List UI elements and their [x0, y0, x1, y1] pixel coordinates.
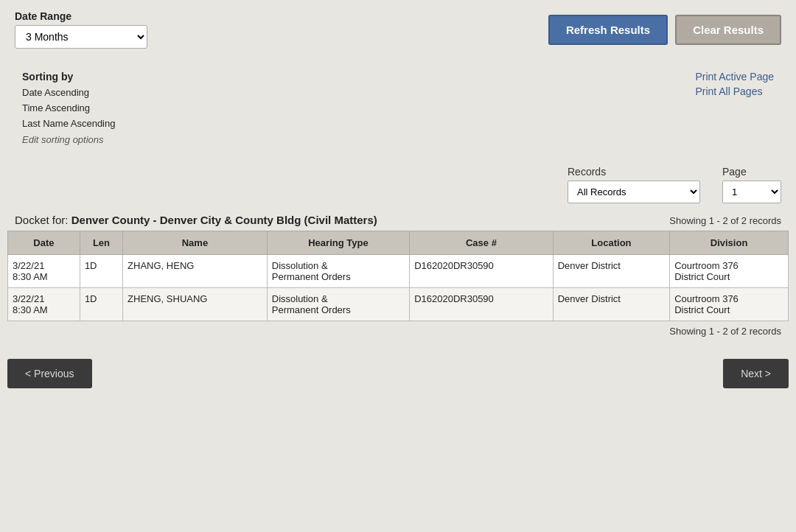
cell-case-number: D162020DR30590	[410, 288, 554, 321]
page-group: Page 1 2 3	[722, 166, 781, 203]
cell-hearing-type: Dissolution &Permanent Orders	[267, 255, 409, 288]
cell-name: ZHENG, SHUANG	[123, 288, 268, 321]
showing-bottom: Showing 1 - 2 of 2 records	[0, 321, 796, 341]
cell-len: 1D	[80, 255, 122, 288]
date-range-label: Date Range	[15, 10, 147, 22]
cell-location: Denver District	[553, 255, 669, 288]
sort-item-time: Time Ascending	[22, 101, 115, 116]
records-label: Records	[568, 166, 700, 178]
edit-sorting-link[interactable]: Edit sorting options	[22, 134, 115, 145]
docket-location: Denver County - Denver City & County Bld…	[71, 214, 377, 226]
cell-hearing-type: Dissolution &Permanent Orders	[267, 288, 409, 321]
cell-date: 3/22/218:30 AM	[8, 255, 80, 288]
cell-division: Courtroom 376District Court	[670, 255, 789, 288]
cell-division: Courtroom 376District Court	[670, 288, 789, 321]
sort-item-date: Date Ascending	[22, 85, 115, 101]
print-links: Print Active Page Print All Pages	[695, 71, 774, 97]
print-active-page-link[interactable]: Print Active Page	[695, 71, 774, 83]
docket-prefix: Docket for:	[15, 214, 71, 226]
table-container: Date Len Name Hearing Type Case # Locati…	[0, 231, 796, 321]
table-row: 3/22/218:30 AM 1D ZHANG, HENG Dissolutio…	[8, 255, 789, 288]
print-all-pages-link[interactable]: Print All Pages	[695, 85, 774, 97]
refresh-button[interactable]: Refresh Results	[548, 15, 668, 45]
page-select[interactable]: 1 2 3	[722, 181, 781, 203]
col-date: Date	[8, 231, 80, 255]
next-button[interactable]: Next >	[723, 359, 789, 388]
col-location: Location	[553, 231, 669, 255]
previous-button[interactable]: < Previous	[7, 359, 92, 388]
top-buttons: Refresh Results Clear Results	[548, 15, 781, 45]
cell-name: ZHANG, HENG	[123, 255, 268, 288]
pagination-bar: < Previous Next >	[0, 349, 796, 399]
page-label: Page	[722, 166, 781, 178]
table-header-row: Date Len Name Hearing Type Case # Locati…	[8, 231, 789, 255]
top-bar: Date Range 3 Months Refresh Results Clea…	[0, 0, 796, 56]
cell-location: Denver District	[553, 288, 669, 321]
sort-item-lastname: Last Name Ascending	[22, 116, 115, 132]
date-range-group: Date Range 3 Months	[15, 10, 147, 49]
cell-len: 1D	[80, 288, 122, 321]
col-hearing-type: Hearing Type	[267, 231, 409, 255]
docket-title: Docket for: Denver County - Denver City …	[15, 214, 377, 226]
col-case-number: Case #	[410, 231, 554, 255]
docket-table: Date Len Name Hearing Type Case # Locati…	[7, 231, 789, 321]
clear-button[interactable]: Clear Results	[675, 15, 781, 45]
records-page-row: Records All Records 10 Records 25 Record…	[0, 153, 796, 209]
col-len: Len	[80, 231, 122, 255]
cell-date: 3/22/218:30 AM	[8, 288, 80, 321]
records-select[interactable]: All Records 10 Records 25 Records 50 Rec…	[568, 181, 700, 203]
col-division: Division	[670, 231, 789, 255]
table-row: 3/22/218:30 AM 1D ZHENG, SHUANG Dissolut…	[8, 288, 789, 321]
cell-case-number: D162020DR30590	[410, 255, 554, 288]
col-name: Name	[123, 231, 268, 255]
sorting-left: Sorting by Date Ascending Time Ascending…	[22, 71, 115, 145]
sorting-title: Sorting by	[22, 71, 115, 83]
sorting-section: Sorting by Date Ascending Time Ascending…	[0, 56, 796, 153]
docket-header: Docket for: Denver County - Denver City …	[0, 209, 796, 231]
date-range-select[interactable]: 3 Months	[15, 25, 147, 49]
records-group: Records All Records 10 Records 25 Record…	[568, 166, 700, 203]
showing-top: Showing 1 - 2 of 2 records	[669, 215, 781, 226]
